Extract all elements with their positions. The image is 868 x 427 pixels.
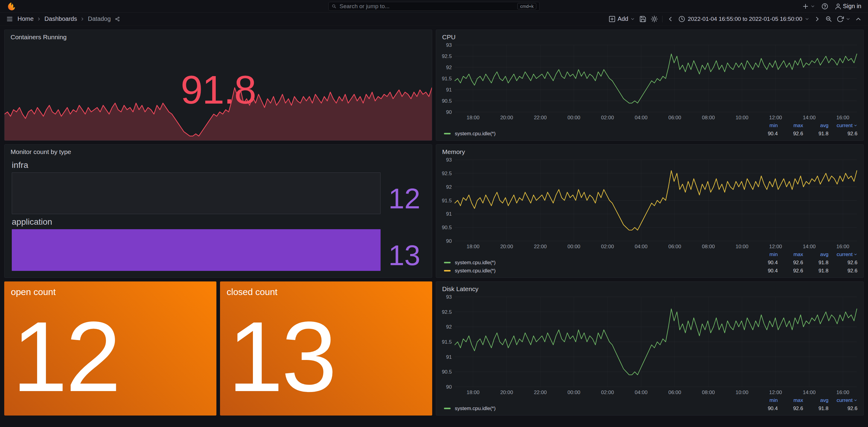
new-button[interactable] [802, 3, 815, 10]
series-name[interactable]: system.cpu.idle(*) [453, 268, 752, 274]
refresh-icon [837, 16, 844, 23]
breadcrumb-dashboards[interactable]: Dashboards [44, 16, 77, 22]
share-button[interactable] [115, 17, 120, 22]
hamburger-icon [6, 16, 13, 23]
svg-text:10:00: 10:00 [736, 115, 748, 121]
sign-in-button[interactable]: Sign in [835, 3, 861, 10]
breadcrumb-home[interactable]: Home [18, 16, 33, 22]
bar-application[interactable] [12, 229, 380, 271]
save-icon [639, 16, 647, 23]
panel-title-containers[interactable]: Containers Running [4, 30, 432, 42]
search-placeholder: Search or jump to... [340, 3, 514, 10]
svg-text:02:00: 02:00 [601, 390, 614, 395]
chevron-right-icon [814, 16, 821, 23]
svg-text:92: 92 [446, 184, 452, 190]
legend-row: system.cpu.idle(*) 90.4 92.6 91.8 92.6 [444, 405, 858, 412]
svg-text:20:00: 20:00 [500, 244, 513, 249]
legend-header-min[interactable]: min [752, 123, 778, 129]
svg-text:08:00: 08:00 [702, 244, 715, 249]
series-swatch[interactable] [444, 270, 451, 272]
save-dashboard-button[interactable] [639, 16, 647, 23]
stat-current: 92.6 [829, 131, 858, 137]
chevron-down-icon [805, 17, 809, 22]
legend-header-max[interactable]: max [778, 251, 803, 257]
svg-text:22:00: 22:00 [534, 390, 547, 395]
svg-text:90.5: 90.5 [442, 369, 452, 375]
legend-header-current[interactable]: current [829, 123, 858, 129]
legend-header-current[interactable]: current [829, 251, 858, 257]
menu-toggle-button[interactable] [6, 16, 13, 23]
panel-title-open-count[interactable]: open count [4, 281, 216, 297]
kiosk-mode-button[interactable] [855, 16, 862, 23]
svg-text:00:00: 00:00 [567, 115, 580, 121]
panel-title-monitor[interactable]: Monitor count by type [4, 145, 432, 157]
legend-header-min[interactable]: min [752, 251, 778, 257]
legend-header-min[interactable]: min [752, 397, 778, 403]
closed-count-value: 13 [228, 312, 335, 401]
series-swatch[interactable] [444, 133, 451, 134]
svg-text:91.5: 91.5 [442, 76, 452, 82]
add-label: Add [618, 16, 628, 22]
time-range-picker[interactable]: 2022-01-04 16:55:00 to 2022-01-05 16:50:… [678, 16, 809, 23]
legend-header-avg[interactable]: avg [803, 123, 829, 129]
svg-text:91.5: 91.5 [442, 339, 452, 345]
stat-max: 92.6 [778, 405, 803, 411]
stat-max: 92.6 [778, 131, 803, 137]
legend-header-avg[interactable]: avg [803, 397, 829, 403]
help-button[interactable] [821, 3, 829, 10]
grafana-logo[interactable] [7, 2, 16, 11]
bar-infra[interactable] [12, 173, 380, 214]
panel-title-cpu[interactable]: CPU [436, 30, 864, 42]
time-range-text: 2022-01-04 16:55:00 to 2022-01-05 16:50:… [688, 16, 802, 22]
svg-text:18:00: 18:00 [467, 244, 479, 249]
svg-text:91: 91 [446, 354, 452, 360]
series-name[interactable]: system.cpu.idle(*) [453, 131, 752, 137]
svg-text:06:00: 06:00 [668, 115, 681, 121]
panel-containers-running: Containers Running 91.8 [4, 30, 432, 141]
series-swatch[interactable] [444, 262, 451, 263]
series-name[interactable]: system.cpu.idle(*) [453, 405, 752, 411]
stat-avg: 91.8 [803, 260, 829, 266]
disk-latency-chart[interactable]: 9090.59191.59292.59318:0020:0022:0000:00… [436, 294, 864, 396]
clock-icon [678, 16, 685, 23]
svg-text:14:00: 14:00 [803, 244, 816, 249]
legend-header-max[interactable]: max [778, 123, 803, 129]
search-icon [332, 4, 337, 9]
panel-title-memory[interactable]: Memory [436, 145, 864, 157]
dashboard-canvas: Containers Running 91.8 CPU 9090.59191.5… [0, 25, 868, 426]
time-shift-back-button[interactable] [667, 16, 674, 23]
svg-text:90.5: 90.5 [442, 98, 452, 104]
panel-title-closed-count[interactable]: closed count [220, 281, 432, 297]
search-input[interactable]: Search or jump to... cmd+k [329, 2, 539, 11]
legend-header-current[interactable]: current [829, 397, 858, 403]
open-count-value: 12 [12, 312, 119, 401]
dashboard-settings-button[interactable] [651, 16, 658, 23]
time-shift-forward-button[interactable] [814, 16, 821, 23]
zoom-out-icon [825, 16, 832, 23]
svg-text:04:00: 04:00 [635, 390, 648, 395]
chevron-right-icon [36, 17, 41, 22]
refresh-button[interactable] [837, 16, 850, 23]
chevron-right-icon [80, 17, 85, 22]
memory-chart[interactable]: 9090.59191.59292.59318:0020:0022:0000:00… [436, 157, 864, 251]
zoom-out-time-button[interactable] [825, 16, 832, 23]
top-nav: Search or jump to... cmd+k Sign in [0, 0, 868, 13]
svg-text:22:00: 22:00 [534, 115, 547, 121]
toolbar-divider [662, 16, 662, 22]
svg-text:18:00: 18:00 [467, 390, 479, 395]
breadcrumb-datadog[interactable]: Datadog [88, 16, 111, 22]
svg-text:18:00: 18:00 [467, 115, 479, 121]
panel-title-disk-latency[interactable]: Disk Latency [436, 282, 864, 294]
series-name[interactable]: system.cpu.idle(*) [453, 260, 752, 266]
sort-caret-icon [854, 123, 858, 127]
bar-value-application: 13 [389, 241, 425, 271]
cpu-chart[interactable]: 9090.59191.59292.59318:0020:0022:0000:00… [436, 42, 864, 122]
add-panel-button[interactable]: Add [609, 16, 635, 23]
dashboard-toolbar: Home Dashboards Datadog Add [0, 13, 868, 25]
stat-max: 92.6 [778, 268, 803, 274]
panel-cpu: CPU 9090.59191.59292.59318:0020:0022:000… [436, 30, 864, 141]
svg-text:14:00: 14:00 [803, 390, 816, 395]
series-swatch[interactable] [444, 408, 451, 409]
legend-header-avg[interactable]: avg [803, 251, 829, 257]
legend-header-max[interactable]: max [778, 397, 803, 403]
